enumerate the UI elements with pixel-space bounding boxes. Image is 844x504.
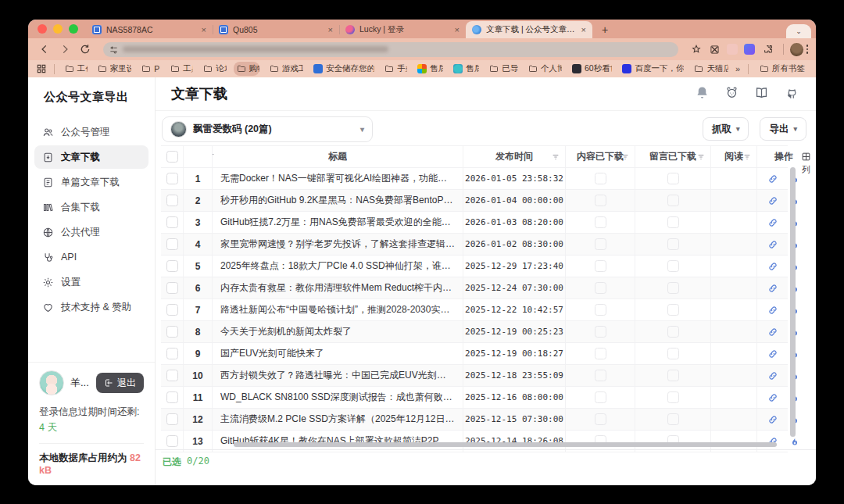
row-checkbox[interactable]	[166, 238, 178, 250]
bookmark-item[interactable]: PT	[138, 63, 160, 75]
logout-button[interactable]: 退出	[96, 373, 144, 393]
row-checkbox[interactable]	[166, 195, 178, 206]
export-button[interactable]: 导出▾	[760, 117, 806, 141]
column-settings-button[interactable]: 列	[801, 152, 811, 176]
url-bar[interactable]	[103, 42, 678, 57]
link-icon[interactable]	[767, 239, 778, 250]
link-icon[interactable]	[767, 195, 778, 206]
article-title[interactable]: 国产EUV光刻可能快来了	[220, 347, 455, 360]
browser-menu-icon[interactable]	[806, 45, 809, 54]
row-checkbox[interactable]	[166, 260, 178, 272]
link-icon[interactable]	[767, 327, 778, 338]
bookmark-star-icon[interactable]	[688, 41, 705, 58]
browser-tab[interactable]: Qu805 ×	[213, 21, 339, 38]
article-title[interactable]: 主流消费级M.2 PCIe SSD方案详解（2025年12月12日更新）	[220, 413, 455, 426]
row-checkbox[interactable]	[166, 391, 178, 403]
mascot-dog-icon[interactable]	[724, 85, 739, 103]
bookmark-item[interactable]: 论坛	[200, 62, 226, 76]
bookmark-item[interactable]: 售后2	[414, 62, 443, 76]
filter-icon[interactable]	[697, 153, 705, 161]
forward-button[interactable]	[56, 41, 73, 58]
close-tab-icon[interactable]: ×	[581, 25, 586, 34]
back-button[interactable]	[36, 41, 53, 58]
close-window-button[interactable]	[38, 24, 47, 34]
apps-grid-icon[interactable]	[36, 60, 47, 77]
row-checkbox[interactable]	[166, 370, 178, 381]
bookmark-item[interactable]: 工作	[62, 62, 88, 76]
link-icon[interactable]	[767, 283, 778, 294]
article-title[interactable]: 2025年终盘点：18款大厂PCIe 4.0 SSD神仙打架，谁才是真神？	[220, 259, 455, 273]
account-select[interactable]: 飘雷爱数码 (20篇) ▾	[162, 116, 373, 142]
browser-profile-avatar[interactable]	[790, 43, 803, 56]
link-icon[interactable]	[767, 349, 778, 359]
row-checkbox[interactable]	[166, 435, 178, 447]
bookmark-item[interactable]: 家里设备	[95, 62, 131, 76]
minimize-window-button[interactable]	[53, 24, 63, 34]
bookmark-item[interactable]: 天猫店铺	[691, 62, 728, 76]
vertical-scrollbar[interactable]	[790, 167, 796, 437]
link-icon[interactable]	[767, 370, 778, 381]
link-icon[interactable]	[767, 392, 778, 403]
bookmark-item[interactable]: 百度一下，你就知道	[619, 62, 684, 76]
browser-tab[interactable]: NAS5878AC ×	[86, 21, 213, 38]
extension-icon[interactable]	[708, 42, 722, 56]
new-tab-button[interactable]: +	[597, 22, 613, 38]
row-checkbox[interactable]	[166, 216, 178, 228]
sidebar-item[interactable]: 公共代理	[34, 220, 148, 244]
sidebar-item[interactable]: 合集下载	[34, 195, 148, 219]
filter-icon[interactable]	[552, 153, 560, 161]
tab-search-button[interactable]: ⌄	[786, 24, 811, 38]
github-icon[interactable]	[784, 85, 799, 103]
article-title[interactable]: 无需Docker！NAS一键部署可视化AI绘图神器，功能太懂人心	[220, 172, 455, 185]
link-icon[interactable]	[767, 217, 778, 228]
link-icon[interactable]	[767, 414, 778, 425]
extension-icon[interactable]	[744, 44, 755, 55]
sidebar-item[interactable]: 技术支持 & 赞助	[34, 295, 148, 319]
article-title[interactable]: 路透社新闻公布“中国曼哈顿计划”，推测2028-2030实现商用	[220, 303, 455, 316]
bookmarks-overflow-button[interactable]: »	[735, 64, 740, 73]
docs-book-icon[interactable]	[754, 85, 769, 103]
bookmark-item[interactable]: 已导入	[486, 62, 517, 76]
all-bookmarks-button[interactable]: 所有书签	[756, 62, 808, 76]
article-title[interactable]: WD_BLACK SN8100 SSD深度测试报告：成也萧何败也萧何，...	[220, 391, 455, 404]
sidebar-item[interactable]: 设置	[34, 270, 148, 294]
select-all-checkbox[interactable]	[166, 151, 178, 163]
close-tab-icon[interactable]: ×	[202, 25, 206, 34]
row-checkbox[interactable]	[166, 304, 178, 316]
article-title[interactable]: GitHub狂揽7.2万星：用NAS免费部署最受欢迎的全能PDF处理...	[220, 216, 455, 229]
reload-button[interactable]	[77, 41, 94, 58]
link-icon[interactable]	[767, 261, 778, 272]
article-title[interactable]: 家里宽带网速慢？别学老罗先投诉，了解这套排查逻辑轻松解决	[220, 238, 455, 251]
article-title[interactable]: 秒开秒用的GitHub 9.2K星黑马：NAS免费部署BentoPDF保姆...	[220, 194, 455, 207]
extensions-puzzle-icon[interactable]	[760, 41, 777, 58]
filter-icon[interactable]	[213, 152, 457, 163]
extension-icon[interactable]	[727, 44, 738, 55]
sidebar-item[interactable]: 公众号管理	[34, 120, 148, 144]
browser-tab[interactable]: Lucky | 登录 ×	[339, 21, 466, 38]
maximize-window-button[interactable]	[69, 24, 78, 34]
bookmark-item[interactable]: 安全储存您的数据...	[310, 62, 374, 76]
filter-icon[interactable]	[743, 153, 751, 161]
bookmark-item[interactable]: 售后1	[450, 62, 479, 76]
site-settings-icon[interactable]	[109, 45, 118, 54]
close-tab-icon[interactable]: ×	[455, 25, 460, 34]
bookmark-item[interactable]: 游戏工具	[266, 62, 303, 76]
bookmark-item[interactable]: 工具	[167, 62, 193, 76]
row-checkbox[interactable]	[166, 413, 178, 425]
link-icon[interactable]	[767, 305, 778, 316]
sidebar-item[interactable]: API	[34, 245, 148, 269]
bookmark-item[interactable]: 60秒看世界	[569, 62, 612, 76]
bookmark-item[interactable]: 个人博客	[525, 62, 562, 76]
bookmark-item[interactable]: 购物	[234, 62, 259, 76]
bookmark-item[interactable]: 手办	[381, 62, 407, 76]
notification-bell-icon[interactable]	[695, 85, 710, 103]
link-icon[interactable]	[767, 173, 778, 184]
horizontal-scrollbar[interactable]	[234, 442, 777, 447]
fetch-button[interactable]: 抓取▾	[703, 117, 749, 141]
sidebar-item[interactable]: 单篇文章下载	[34, 170, 148, 194]
row-checkbox[interactable]	[166, 282, 178, 294]
flame-icon[interactable]	[789, 436, 800, 447]
filter-icon[interactable]	[621, 153, 629, 161]
article-title[interactable]: 今天关于光刻机的新闻太炸裂了	[220, 325, 455, 338]
row-checkbox[interactable]	[166, 173, 178, 184]
